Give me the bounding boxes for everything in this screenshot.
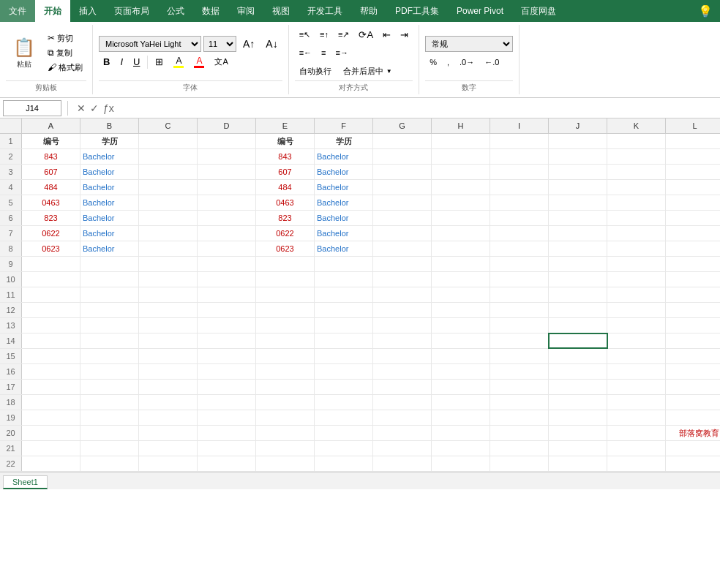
cell-H16[interactable] — [432, 364, 490, 379]
cell-D13[interactable] — [198, 318, 256, 333]
cell-D14[interactable] — [198, 333, 256, 348]
cell-D17[interactable] — [198, 380, 256, 394]
cell-B7[interactable]: Bachelor — [80, 226, 139, 241]
cell-E7[interactable]: 0622 — [256, 226, 315, 241]
cell-K2[interactable] — [607, 149, 666, 164]
cell-C9[interactable] — [139, 257, 198, 271]
cell-G5[interactable] — [373, 195, 432, 210]
cell-L10[interactable] — [666, 272, 720, 287]
cell-G7[interactable] — [373, 226, 432, 241]
special-char-button[interactable]: 文A — [210, 54, 232, 70]
cell-A7[interactable]: 0622 — [22, 226, 80, 241]
cell-L6[interactable] — [666, 211, 720, 225]
cell-C3[interactable] — [139, 165, 198, 179]
cell-K13[interactable] — [607, 318, 666, 333]
cell-A4[interactable]: 484 — [22, 180, 80, 195]
cell-I20[interactable] — [490, 426, 549, 440]
cell-D10[interactable] — [198, 272, 256, 287]
cell-E8[interactable]: 0623 — [256, 241, 315, 256]
cell-J11[interactable] — [549, 287, 607, 302]
cell-E16[interactable] — [256, 364, 315, 379]
cell-E12[interactable] — [256, 303, 315, 317]
cell-B12[interactable] — [80, 303, 139, 317]
cell-E1[interactable]: 编号 — [256, 134, 315, 148]
sheet-tab-1[interactable]: Sheet1 — [3, 475, 48, 489]
cell-I16[interactable] — [490, 364, 549, 379]
align-top-left-button[interactable]: ≡↖ — [295, 26, 315, 42]
col-header-b[interactable]: B — [80, 118, 139, 133]
cell-A1[interactable]: 编号 — [22, 134, 80, 148]
cell-H9[interactable] — [432, 257, 490, 271]
cell-C7[interactable] — [139, 226, 198, 241]
cell-D3[interactable] — [198, 165, 256, 179]
bold-button[interactable]: B — [99, 54, 114, 70]
decrease-decimal-button[interactable]: ←.0 — [480, 54, 503, 70]
cell-I21[interactable] — [490, 441, 549, 456]
cell-L15[interactable] — [666, 349, 720, 363]
cell-C18[interactable] — [139, 395, 198, 410]
cell-L4[interactable] — [666, 180, 720, 195]
cell-C11[interactable] — [139, 287, 198, 302]
cell-G8[interactable] — [373, 241, 432, 256]
tab-view[interactable]: 视图 — [263, 0, 299, 22]
fill-color-button[interactable]: A — [169, 54, 188, 70]
percent-button[interactable]: % — [425, 54, 441, 70]
cell-I11[interactable] — [490, 287, 549, 302]
cell-H2[interactable] — [432, 149, 490, 164]
cell-G19[interactable] — [373, 410, 432, 425]
col-header-a[interactable]: A — [22, 118, 80, 133]
format-paint-button[interactable]: 🖌 格式刷 — [44, 61, 86, 75]
cell-B20[interactable] — [80, 426, 139, 440]
cell-E22[interactable] — [256, 456, 315, 471]
cell-A3[interactable]: 607 — [22, 165, 80, 179]
cell-C10[interactable] — [139, 272, 198, 287]
cell-F18[interactable] — [315, 395, 373, 410]
cell-H15[interactable] — [432, 349, 490, 363]
tab-data[interactable]: 数据 — [193, 0, 228, 22]
col-header-l[interactable]: L — [666, 118, 720, 133]
increase-indent-button[interactable]: ⇥ — [396, 26, 413, 42]
cell-H13[interactable] — [432, 318, 490, 333]
cell-B22[interactable] — [80, 456, 139, 471]
cell-J2[interactable] — [549, 149, 607, 164]
help-icon[interactable]: 💡 — [691, 0, 720, 22]
cell-B5[interactable]: Bachelor — [80, 195, 139, 210]
cell-D8[interactable] — [198, 241, 256, 256]
cell-H3[interactable] — [432, 165, 490, 179]
underline-button[interactable]: U — [129, 54, 144, 70]
col-header-f[interactable]: F — [315, 118, 373, 133]
cell-G11[interactable] — [373, 287, 432, 302]
insert-function-icon[interactable]: ƒx — [103, 102, 114, 114]
cell-G14[interactable] — [373, 333, 432, 348]
thousands-button[interactable]: , — [443, 54, 454, 70]
cell-F1[interactable]: 学历 — [315, 134, 373, 148]
cell-C4[interactable] — [139, 180, 198, 195]
cell-A12[interactable] — [22, 303, 80, 317]
cell-I15[interactable] — [490, 349, 549, 363]
cell-C1[interactable] — [139, 134, 198, 148]
cell-A20[interactable] — [22, 426, 80, 440]
paste-button[interactable]: 📋 粘贴 — [6, 31, 42, 75]
cell-L1[interactable] — [666, 134, 720, 148]
cell-I22[interactable] — [490, 456, 549, 471]
cell-I19[interactable] — [490, 410, 549, 425]
col-header-i[interactable]: I — [490, 118, 549, 133]
tab-help[interactable]: 帮助 — [351, 0, 386, 22]
cell-C16[interactable] — [139, 364, 198, 379]
cell-L5[interactable] — [666, 195, 720, 210]
col-header-g[interactable]: G — [373, 118, 432, 133]
col-header-h[interactable]: H — [432, 118, 490, 133]
merge-center-button[interactable]: 合并后居中 ▼ — [339, 63, 397, 79]
cell-D21[interactable] — [198, 441, 256, 456]
cell-E19[interactable] — [256, 410, 315, 425]
cell-F17[interactable] — [315, 380, 373, 394]
cell-E17[interactable] — [256, 380, 315, 394]
cell-I4[interactable] — [490, 180, 549, 195]
cell-G12[interactable] — [373, 303, 432, 317]
cell-K9[interactable] — [607, 257, 666, 271]
cell-H14[interactable] — [432, 333, 490, 348]
cell-E15[interactable] — [256, 349, 315, 363]
cell-B18[interactable] — [80, 395, 139, 410]
cell-H5[interactable] — [432, 195, 490, 210]
cell-L2[interactable] — [666, 149, 720, 164]
